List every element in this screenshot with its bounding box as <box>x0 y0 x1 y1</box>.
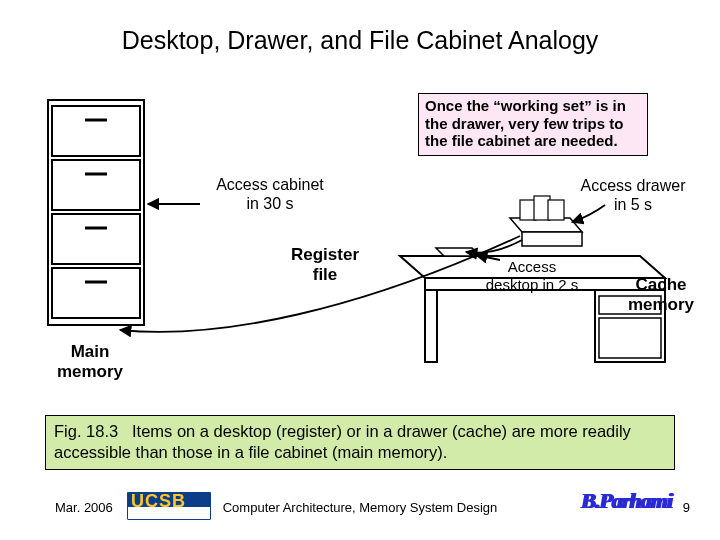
label-access-drawer: Access drawer in 5 s <box>568 176 698 214</box>
file-cabinet-icon <box>48 100 144 325</box>
label-cache-memory: Cache memory <box>616 275 706 316</box>
svg-rect-4 <box>52 268 140 318</box>
figure-caption: Fig. 18.3 Items on a desktop (register) … <box>45 415 675 470</box>
svg-rect-1 <box>52 106 140 156</box>
svg-rect-3 <box>52 214 140 264</box>
label-main-memory: Main memory <box>45 342 135 383</box>
figure-text: Items on a desktop (register) or in a dr… <box>54 422 631 461</box>
svg-rect-17 <box>548 200 564 220</box>
svg-rect-10 <box>425 290 437 362</box>
label-access-cabinet: Access cabinet in 30 s <box>205 175 335 213</box>
slide-footer: Mar. 2006 UCSB Computer Architecture, Me… <box>0 490 720 520</box>
footer-author: B.Parhami <box>581 488 672 514</box>
svg-rect-2 <box>52 160 140 210</box>
label-register-file: Register file <box>275 245 375 286</box>
label-access-desktop: Access desktop in 2 s <box>472 258 592 294</box>
svg-rect-14 <box>522 232 582 246</box>
svg-rect-13 <box>599 318 661 358</box>
footer-page-number: 9 <box>683 500 690 515</box>
figure-number: Fig. 18.3 <box>54 422 118 440</box>
